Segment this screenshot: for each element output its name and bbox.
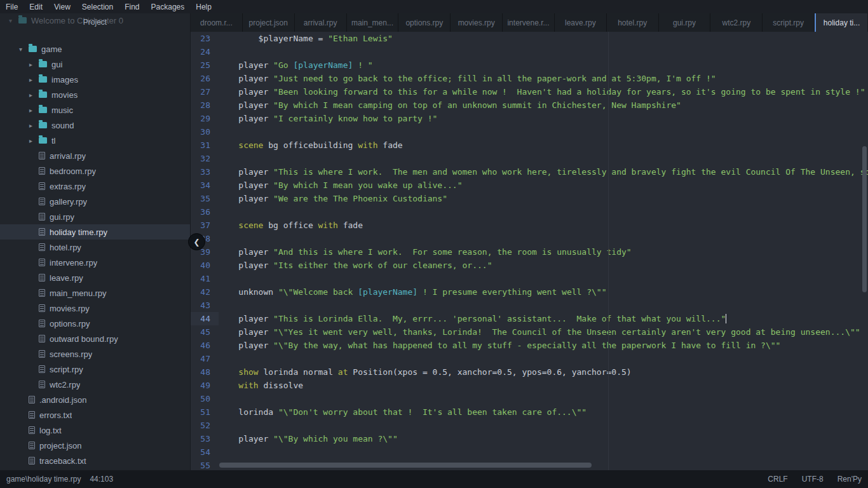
tree-folder-gui[interactable]: ▸gui [0,57,190,72]
tree-file-screens-rpy[interactable]: screens.rpy [0,346,190,362]
tab-arrival-rpy[interactable]: arrival.rpy [295,13,347,32]
line-number[interactable]: 37 [191,219,219,232]
line-number[interactable]: 43 [191,299,219,312]
code-line[interactable] [219,419,868,432]
code-line[interactable]: player "This is where I work. The men an… [219,165,868,179]
menu-help[interactable]: Help [190,0,217,13]
line-number[interactable]: 40 [191,259,219,272]
code-line[interactable]: player "Its either the work of our clean… [219,259,868,272]
tab-intervene-r[interactable]: intervene.r... [503,13,555,32]
line-ending-selector[interactable]: CRLF [768,475,787,484]
tree-file-gui-rpy[interactable]: gui.rpy [0,209,190,224]
tree-file-gallery-rpy[interactable]: gallery.rpy [0,194,190,209]
tree-file-extras-rpy[interactable]: extras.rpy [0,179,190,194]
vertical-scrollbar[interactable] [862,146,867,292]
code-line[interactable]: scene bg office with fade [219,219,868,232]
code-line[interactable]: lorinda "\"Don't worry about that ! It's… [219,405,868,419]
menu-view[interactable]: View [48,0,76,13]
tree-file-errors-txt[interactable]: errors.txt [0,407,190,423]
code-line[interactable]: scene bg officebuilding with fade [219,139,868,152]
horizontal-scrollbar[interactable] [219,463,592,468]
code-line[interactable] [219,205,868,219]
code-line[interactable]: player "And this is where I work. For so… [219,245,868,259]
code-line[interactable]: player "Just need to go back to the offi… [219,72,868,85]
line-number[interactable]: 32 [191,152,219,165]
line-number[interactable]: 46 [191,339,219,352]
line-number[interactable]: 52 [191,419,219,432]
code-line[interactable] [219,125,868,139]
menu-selection[interactable]: Selection [76,0,119,13]
code-line[interactable] [219,232,868,245]
tree-file-holiday-time-rpy[interactable]: holiday time.rpy [0,224,190,240]
line-number[interactable]: 23 [191,32,219,45]
line-number[interactable]: 24 [191,45,219,58]
tab-movies-rpy[interactable]: movies.rpy [451,13,503,32]
line-number[interactable]: 55 [191,459,219,470]
code-line[interactable]: player "Been looking forward to this for… [219,85,868,98]
grammar-selector[interactable]: Ren'Py [837,475,862,484]
code-line[interactable]: player "I certainly know how to party !" [219,112,868,125]
code-line[interactable]: player "Go [playerName] ! " [219,58,868,72]
line-number[interactable]: 30 [191,125,219,139]
line-number[interactable]: 26 [191,72,219,85]
tab-project-json[interactable]: project.json [243,13,295,32]
tab-leave-rpy[interactable]: leave.rpy [555,13,607,32]
tree-file-leave-rpy[interactable]: leave.rpy [0,270,190,285]
line-number[interactable]: 54 [191,445,219,459]
tree-file-intervene-rpy[interactable]: intervene.rpy [0,255,190,270]
code-line[interactable]: $playerName = "Ethan Lewis" [219,32,868,45]
tree-folder-music[interactable]: ▸music [0,102,190,118]
code-line[interactable]: player "\"Yes it went very well, thanks,… [219,325,868,339]
tree-file-wtc2-rpy[interactable]: wtc2.rpy [0,377,190,392]
tab-options-rpy[interactable]: options.rpy [398,13,451,32]
line-number[interactable]: 28 [191,98,219,112]
tree-view-toggle-button[interactable]: ❮ [188,233,205,250]
encoding-selector[interactable]: UTF-8 [802,475,824,484]
tree-folder-tl[interactable]: ▸tl [0,133,190,148]
code-line[interactable]: unknown "\"Welcome back [playerName] ! I… [219,285,868,299]
tree-folder-movies[interactable]: ▸movies [0,87,190,102]
code-area[interactable]: $playerName = "Ethan Lewis" player "Go [… [219,32,868,470]
project-dock-tab[interactable]: Project [0,13,190,31]
tab-main-men[interactable]: main_men... [347,13,399,32]
tab-wtc2-rpy[interactable]: wtc2.rpy [710,13,763,32]
tree-file-options-rpy[interactable]: options.rpy [0,316,190,331]
line-number[interactable]: 45 [191,325,219,339]
menu-packages[interactable]: Packages [146,0,191,13]
tree-file-android-json[interactable]: .android.json [0,392,190,407]
code-line[interactable]: player "We are the The Phoenix Custodian… [219,192,868,205]
tree-file-hotel-rpy[interactable]: hotel.rpy [0,240,190,255]
code-line[interactable] [219,352,868,365]
line-number[interactable]: 48 [191,365,219,379]
code-line[interactable] [219,299,868,312]
tree-file-main-menu-rpy[interactable]: main_menu.rpy [0,285,190,301]
line-number[interactable]: 47 [191,352,219,365]
code-line[interactable]: player "By which I mean camping on top o… [219,98,868,112]
menu-find[interactable]: Find [119,0,145,13]
tree-file-outward-bound-rpy[interactable]: outward bound.rpy [0,331,190,346]
line-number[interactable]: 35 [191,192,219,205]
tree-folder-images[interactable]: ▸images [0,72,190,87]
tree-file-bedroom-rpy[interactable]: bedroom.rpy [0,163,190,179]
code-line[interactable] [219,445,868,459]
tab-holiday-ti[interactable]: holiday ti... [815,13,868,32]
tree-file-log-txt[interactable]: log.txt [0,423,190,438]
editor[interactable]: 2324252627282930313233343536373839404142… [191,32,868,470]
code-line[interactable]: player "\"By the way, what has happened … [219,339,868,352]
cursor-position[interactable]: 44:103 [90,475,113,484]
line-number[interactable]: 49 [191,379,219,392]
tab-hotel-rpy[interactable]: hotel.rpy [607,13,659,32]
menu-edit[interactable]: Edit [24,0,48,13]
line-number[interactable]: 33 [191,165,219,179]
tab-droom-r[interactable]: droom.r... [191,13,243,32]
line-number[interactable]: 53 [191,432,219,445]
line-number[interactable]: 50 [191,392,219,405]
code-line[interactable] [219,392,868,405]
line-number[interactable]: 29 [191,112,219,125]
line-number[interactable]: 31 [191,139,219,152]
line-number[interactable]: 42 [191,285,219,299]
code-line[interactable]: show lorinda normal at Position(xpos = 0… [219,365,868,379]
line-number[interactable]: 36 [191,205,219,219]
tree-file-arrival-rpy[interactable]: arrival.rpy [0,148,190,163]
tree-folder-game[interactable]: ▾game [0,41,190,57]
